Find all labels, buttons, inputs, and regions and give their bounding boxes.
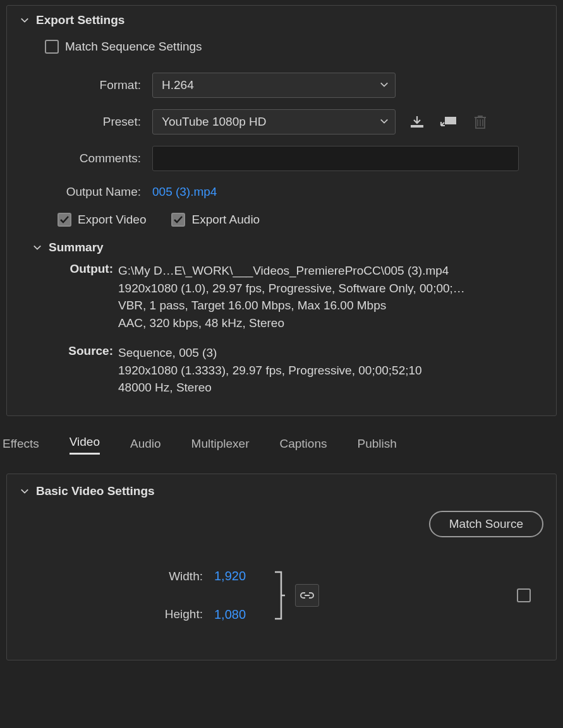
export-audio-checkbox[interactable] <box>171 213 185 227</box>
chevron-down-icon <box>380 115 389 129</box>
summary-header[interactable]: Summary <box>32 241 543 254</box>
basic-video-title: Basic Video Settings <box>36 484 155 498</box>
aspect-link-group <box>272 570 319 621</box>
chevron-down-icon <box>32 242 42 253</box>
dimensions-match-checkbox[interactable] <box>517 588 531 602</box>
export-settings-panel: Export Settings Match Sequence Settings … <box>6 5 557 416</box>
output-name-link[interactable]: 005 (3).mp4 <box>152 185 217 199</box>
svg-rect-0 <box>411 125 423 128</box>
preset-dropdown[interactable]: YouTube 1080p HD <box>152 109 396 134</box>
settings-tabs: Effects Video Audio Multiplexer Captions… <box>6 416 557 462</box>
summary-section: Summary Output: G:\My D…E\_WORK\___Video… <box>20 241 543 397</box>
tab-effects[interactable]: Effects <box>3 437 39 455</box>
summary-title: Summary <box>49 241 104 254</box>
basic-video-panel: Basic Video Settings Match Source Width:… <box>6 474 557 660</box>
export-video-checkbox[interactable] <box>58 213 71 227</box>
format-label: Format: <box>20 78 152 92</box>
chevron-down-icon <box>380 78 389 92</box>
summary-source-label: Source: <box>50 344 113 397</box>
export-video-label: Export Video <box>78 213 146 227</box>
height-value[interactable]: 1,080 <box>214 607 246 622</box>
delete-preset-icon <box>470 112 490 132</box>
preset-row: Preset: YouTube 1080p HD <box>20 109 543 134</box>
dimensions-area: Width: Height: 1,920 1,080 <box>20 569 543 622</box>
summary-source-text: Sequence, 005 (3) 1920x1080 (1.3333), 29… <box>118 344 543 397</box>
width-label: Width: <box>169 570 203 583</box>
export-audio-label: Export Audio <box>191 213 260 227</box>
chevron-down-icon <box>20 15 30 25</box>
output-name-label: Output Name: <box>20 185 152 199</box>
tab-captions[interactable]: Captions <box>279 437 327 455</box>
width-value[interactable]: 1,920 <box>214 569 246 583</box>
svg-rect-1 <box>445 117 456 124</box>
basic-video-header[interactable]: Basic Video Settings <box>20 484 543 498</box>
summary-output-text: G:\My D…E\_WORK\___Videos_PremiereProCC\… <box>118 262 543 331</box>
output-name-row: Output Name: 005 (3).mp4 <box>20 185 543 199</box>
format-row: Format: H.264 <box>20 73 543 98</box>
chevron-down-icon <box>20 486 30 496</box>
tab-publish[interactable]: Publish <box>357 437 396 455</box>
height-label: Height: <box>165 607 203 621</box>
format-dropdown[interactable]: H.264 <box>152 73 396 98</box>
export-toggles-row: Export Video Export Audio <box>58 213 543 227</box>
export-settings-header[interactable]: Export Settings <box>20 13 543 27</box>
import-preset-icon[interactable] <box>439 112 459 132</box>
match-sequence-label: Match Sequence Settings <box>65 40 202 54</box>
preset-value: YouTube 1080p HD <box>162 115 267 129</box>
tab-multiplexer[interactable]: Multiplexer <box>191 437 250 455</box>
match-sequence-checkbox[interactable] <box>45 40 59 54</box>
export-settings-title: Export Settings <box>36 13 124 27</box>
match-source-button[interactable]: Match Source <box>429 511 543 537</box>
bracket-icon <box>272 570 286 621</box>
match-sequence-row: Match Sequence Settings <box>45 40 543 54</box>
save-preset-icon[interactable] <box>407 112 427 132</box>
preset-label: Preset: <box>20 115 152 129</box>
format-value: H.264 <box>162 78 194 92</box>
summary-output-label: Output: <box>50 262 113 331</box>
comments-row: Comments: <box>20 146 543 171</box>
tab-audio[interactable]: Audio <box>130 437 161 455</box>
tab-video[interactable]: Video <box>70 435 100 455</box>
link-dimensions-toggle[interactable] <box>295 584 319 607</box>
comments-input[interactable] <box>152 146 519 171</box>
comments-label: Comments: <box>20 152 152 165</box>
